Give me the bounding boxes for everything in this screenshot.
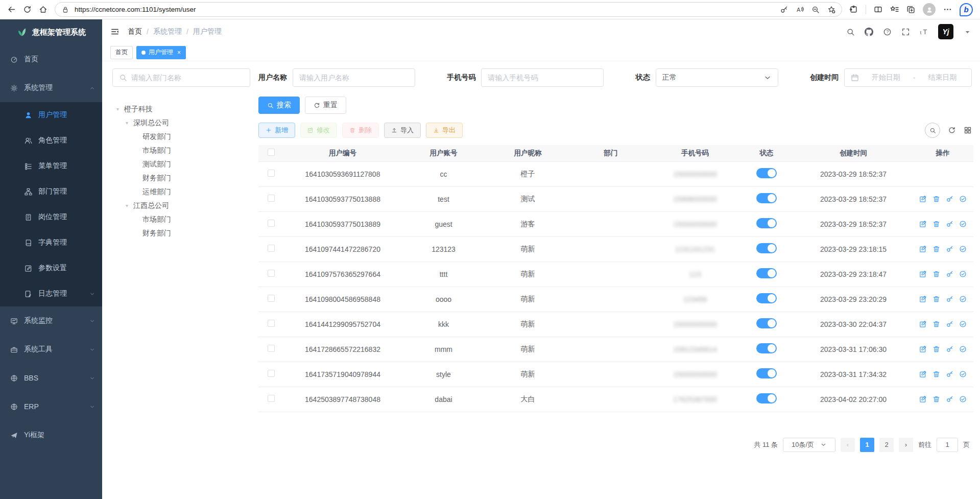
- import-button[interactable]: 导入: [384, 123, 421, 138]
- row-checkbox[interactable]: [268, 345, 275, 352]
- row-checkbox[interactable]: [268, 170, 275, 177]
- row-edit-icon[interactable]: [919, 395, 927, 403]
- row-checkbox[interactable]: [268, 270, 275, 277]
- tree-node-市场部门[interactable]: 市场部门: [112, 144, 250, 157]
- browser-profile-avatar[interactable]: [923, 3, 936, 16]
- status-toggle[interactable]: [756, 218, 777, 228]
- sidebar-item-首页[interactable]: 首页: [0, 45, 102, 74]
- font-size-icon[interactable]: tT: [920, 28, 928, 36]
- tree-expand-icon[interactable]: ▾: [116, 106, 124, 112]
- row-assign-role-icon[interactable]: [959, 245, 967, 253]
- tree-node-测试部门[interactable]: 测试部门: [112, 157, 250, 171]
- address-bar[interactable]: https://ccnetcore.com:1101/system/user A: [55, 2, 842, 17]
- row-delete-icon[interactable]: [933, 220, 940, 228]
- row-assign-role-icon[interactable]: [959, 345, 967, 353]
- row-checkbox[interactable]: [268, 195, 275, 202]
- tree-node-运维部门[interactable]: 运维部门: [112, 185, 250, 199]
- row-delete-icon[interactable]: [933, 320, 940, 328]
- tab-用户管理[interactable]: 用户管理×: [136, 46, 186, 59]
- sidebar-item-字典管理[interactable]: 字典管理: [0, 230, 102, 255]
- row-reset-password-icon[interactable]: [946, 295, 953, 303]
- url-text[interactable]: https://ccnetcore.com:1101/system/user: [75, 6, 775, 13]
- sidebar-item-系统监控[interactable]: 系统监控: [0, 306, 102, 335]
- prev-page-button[interactable]: ‹: [841, 438, 855, 452]
- row-reset-password-icon[interactable]: [946, 370, 953, 378]
- sidebar-item-角色管理[interactable]: 角色管理: [0, 128, 102, 153]
- row-assign-role-icon[interactable]: [959, 195, 967, 203]
- row-delete-icon[interactable]: [933, 345, 940, 353]
- header-search-icon[interactable]: [846, 28, 855, 36]
- tree-node-橙子科技[interactable]: ▾橙子科技: [112, 102, 250, 116]
- browser-refresh-icon[interactable]: [23, 5, 32, 14]
- status-toggle[interactable]: [756, 193, 777, 203]
- row-assign-role-icon[interactable]: [959, 270, 967, 278]
- avatar-caret-icon[interactable]: [963, 28, 972, 36]
- edit-button[interactable]: 修改: [300, 123, 337, 138]
- row-checkbox[interactable]: [268, 395, 275, 402]
- status-select[interactable]: 正常: [656, 68, 778, 87]
- toggle-columns-icon[interactable]: [964, 126, 972, 134]
- sidebar-item-BBS[interactable]: BBS: [0, 364, 102, 392]
- fullscreen-icon[interactable]: [901, 28, 910, 36]
- row-delete-icon[interactable]: [933, 270, 940, 278]
- row-reset-password-icon[interactable]: [946, 320, 953, 328]
- date-range-picker[interactable]: 开始日期 - 结束日期: [844, 68, 972, 87]
- row-checkbox[interactable]: [268, 220, 275, 227]
- back-arrow-icon[interactable]: [7, 5, 16, 14]
- row-delete-icon[interactable]: [933, 395, 940, 403]
- row-edit-icon[interactable]: [919, 245, 927, 253]
- row-edit-icon[interactable]: [919, 270, 927, 278]
- row-checkbox[interactable]: [268, 370, 275, 377]
- row-edit-icon[interactable]: [919, 195, 927, 203]
- toggle-search-button[interactable]: [925, 123, 940, 138]
- tree-node-深圳总公司[interactable]: ▾深圳总公司: [112, 116, 250, 130]
- more-options-icon[interactable]: [943, 5, 952, 14]
- row-delete-icon[interactable]: [933, 195, 940, 203]
- close-icon[interactable]: ×: [177, 49, 181, 56]
- row-edit-icon[interactable]: [919, 320, 927, 328]
- row-checkbox[interactable]: [268, 295, 275, 302]
- page-button-1[interactable]: 1: [860, 438, 874, 452]
- status-toggle[interactable]: [756, 168, 777, 178]
- refresh-table-icon[interactable]: [948, 126, 956, 134]
- tree-node-财务部门[interactable]: 财务部门: [112, 226, 250, 240]
- username-input[interactable]: [299, 74, 409, 82]
- github-icon[interactable]: [865, 28, 873, 36]
- page-button-2[interactable]: 2: [879, 438, 894, 452]
- status-toggle[interactable]: [756, 393, 777, 403]
- read-aloud-icon[interactable]: A: [796, 6, 804, 14]
- user-avatar[interactable]: Yj: [938, 24, 953, 39]
- row-reset-password-icon[interactable]: [946, 195, 953, 203]
- page-size-select[interactable]: 10条/页: [783, 438, 835, 452]
- status-toggle[interactable]: [756, 293, 777, 303]
- reset-button[interactable]: 重置: [305, 97, 346, 114]
- row-delete-icon[interactable]: [933, 370, 940, 378]
- sidebar-item-参数设置[interactable]: 参数设置: [0, 255, 102, 281]
- status-toggle[interactable]: [756, 243, 777, 253]
- help-icon[interactable]: ?: [883, 28, 892, 36]
- delete-button[interactable]: 删除: [342, 123, 379, 138]
- status-toggle[interactable]: [756, 343, 777, 353]
- row-assign-role-icon[interactable]: [959, 320, 967, 328]
- row-edit-icon[interactable]: [919, 370, 927, 378]
- row-assign-role-icon[interactable]: [959, 295, 967, 303]
- tree-node-江西总公司[interactable]: ▾江西总公司: [112, 199, 250, 212]
- status-toggle[interactable]: [756, 368, 777, 378]
- sidebar-item-用户管理[interactable]: 用户管理: [0, 102, 102, 128]
- sidebar-item-部门管理[interactable]: 部门管理: [0, 179, 102, 204]
- tab-首页[interactable]: 首页: [110, 46, 133, 59]
- bing-chat-icon[interactable]: b: [960, 3, 973, 16]
- row-edit-icon[interactable]: [919, 295, 927, 303]
- export-button[interactable]: 导出: [426, 123, 463, 138]
- dept-search-input[interactable]: [131, 74, 244, 82]
- row-reset-password-icon[interactable]: [946, 345, 953, 353]
- sidebar-item-ERP[interactable]: ERP: [0, 392, 102, 421]
- tree-expand-icon[interactable]: ▾: [126, 203, 133, 208]
- add-button[interactable]: 新增: [258, 123, 295, 138]
- row-reset-password-icon[interactable]: [946, 395, 953, 403]
- phone-input[interactable]: [488, 74, 597, 82]
- next-page-button[interactable]: ›: [899, 438, 913, 452]
- tree-node-市场部门[interactable]: 市场部门: [112, 212, 250, 226]
- status-toggle[interactable]: [756, 318, 777, 328]
- app-logo[interactable]: 意框架管理系统: [0, 19, 102, 45]
